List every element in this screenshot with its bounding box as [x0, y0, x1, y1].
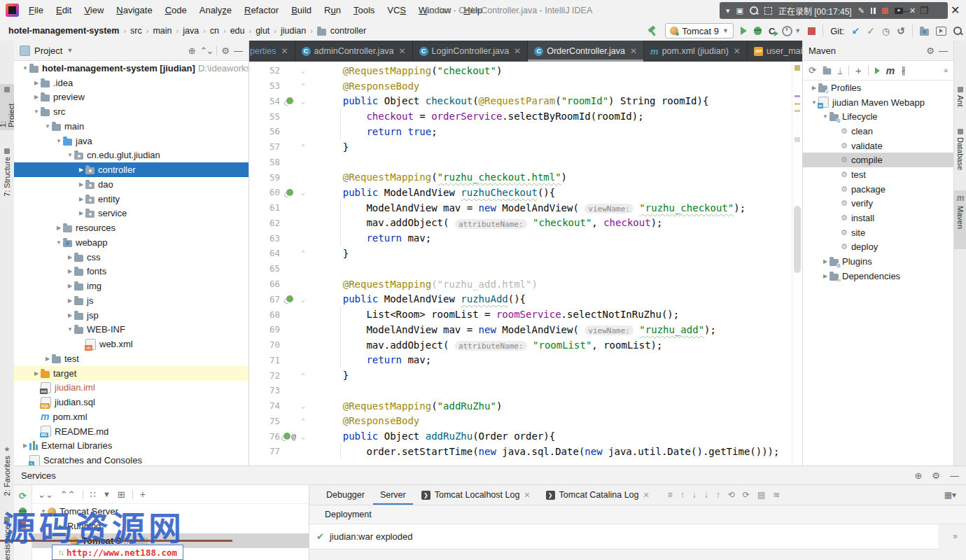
- stripe-item-maven[interactable]: mMaven: [954, 190, 966, 249]
- project-tree-row[interactable]: ▼java: [14, 134, 248, 148]
- tree-collapsed-arrow-icon[interactable]: ▶: [32, 94, 41, 100]
- rollback-icon[interactable]: ↺: [897, 25, 905, 36]
- download-sources-icon[interactable]: ↓: [838, 66, 842, 74]
- project-tree-row[interactable]: ▶.idea: [14, 76, 248, 90]
- soft-wrap-icon[interactable]: ≡: [668, 490, 673, 500]
- run-with-coverage-icon[interactable]: C: [769, 26, 775, 36]
- layout-settings-icon[interactable]: ▦▾: [944, 490, 956, 500]
- more-chevron[interactable]: »: [953, 531, 958, 541]
- close-tab-icon[interactable]: ✕: [630, 46, 637, 56]
- scroll-to-top-icon[interactable]: ↑: [716, 490, 720, 500]
- project-panel-title[interactable]: Project: [34, 46, 62, 56]
- code-line-54[interactable]: 54⌄ public Object checkout(@RequestParam…: [249, 94, 802, 109]
- gear-icon[interactable]: ⚙: [926, 46, 934, 56]
- project-tree-row[interactable]: imljiudian.iml: [14, 381, 248, 396]
- project-tree-row[interactable]: ▶External Libraries: [14, 439, 248, 454]
- breadcrumb-item[interactable]: main: [153, 26, 172, 36]
- breadcrumb-item[interactable]: jiudian: [281, 26, 306, 36]
- debug-server-icon[interactable]: [19, 507, 27, 516]
- pause-recording-button[interactable]: [871, 8, 876, 14]
- expand-all-icon[interactable]: ⌄⌄: [38, 489, 53, 500]
- run-button[interactable]: [741, 27, 747, 35]
- project-tree-row[interactable]: ▼cn.edu.glut.jiudian: [14, 148, 248, 163]
- history-clock-icon[interactable]: ◷: [882, 26, 890, 36]
- collapse-all-icon[interactable]: ⌃⌄: [200, 46, 213, 56]
- tree-collapsed-arrow-icon[interactable]: ▶: [821, 258, 830, 265]
- project-tree-row[interactable]: ✎Scratches and Consoles: [14, 453, 248, 465]
- code-line-77[interactable]: 77 order.setStartTime(new java.sql.Date(…: [249, 444, 802, 459]
- stripe-item-ant[interactable]: Ant: [954, 84, 966, 120]
- code-line-62[interactable]: 62 mav.addObject( attributeName: "checko…: [249, 216, 802, 231]
- project-tree-row[interactable]: ▼webapp: [14, 235, 248, 250]
- magnifier-icon[interactable]: [750, 6, 758, 15]
- close-tab-icon[interactable]: ✕: [643, 491, 650, 500]
- fold-marker-icon[interactable]: ⌄: [297, 97, 309, 105]
- fold-marker-icon[interactable]: ⌃: [297, 143, 309, 150]
- editor-tab-admincontroller-java[interactable]: CadminController.java✕: [295, 41, 413, 62]
- close-recorder-icon[interactable]: ✕: [909, 6, 916, 15]
- add-service-icon[interactable]: +: [140, 489, 146, 500]
- fold-marker-icon[interactable]: ⌃: [297, 372, 309, 379]
- tree-expanded-arrow-icon[interactable]: ▼: [55, 239, 63, 246]
- hide-panel-icon[interactable]: —: [950, 470, 959, 481]
- project-tree-row[interactable]: ▶fonts: [14, 265, 248, 279]
- breadcrumb-item[interactable]: edu: [230, 26, 245, 36]
- tree-collapsed-arrow-icon[interactable]: ▶: [21, 442, 29, 449]
- maven-tree-row[interactable]: ▶⚙Plugins: [803, 254, 953, 269]
- gear-icon[interactable]: ⚙: [932, 470, 940, 481]
- scroll-to-end-icon[interactable]: ↓: [704, 490, 708, 500]
- tool-window-run-icon[interactable]: [936, 27, 946, 36]
- project-tree-row[interactable]: </>web.xml: [14, 337, 248, 351]
- services-tree-row[interactable]: ▼Tomcat Server: [32, 504, 309, 519]
- fold-marker-icon[interactable]: ⌄: [297, 188, 309, 196]
- tree-collapsed-arrow-icon[interactable]: ▶: [77, 167, 85, 173]
- breadcrumb-item[interactable]: java: [183, 26, 199, 36]
- pencil-icon[interactable]: ✎: [858, 6, 864, 15]
- maven-tree-row[interactable]: ⚙install: [803, 211, 953, 225]
- project-tree-row[interactable]: ▼main: [14, 119, 248, 134]
- tree-collapsed-arrow-icon[interactable]: ▶: [810, 85, 818, 91]
- code-line-75[interactable]: 75⌃ @ResponseBody: [249, 413, 802, 428]
- project-tree-row[interactable]: ▶entity: [14, 192, 248, 206]
- maven-tree-row[interactable]: ⚙deploy: [803, 240, 953, 255]
- frame-plus-icon[interactable]: ⊞: [118, 489, 125, 500]
- close-tab-icon[interactable]: ✕: [514, 46, 521, 56]
- scroll-up-icon[interactable]: ↑: [680, 490, 685, 500]
- stripe-item-project[interactable]: 1: Project: [0, 84, 14, 130]
- restore-window-button[interactable]: ❐: [920, 0, 929, 21]
- tree-expanded-arrow-icon[interactable]: ▼: [821, 113, 830, 120]
- maven-tree-row[interactable]: ⚙validate: [803, 139, 953, 153]
- services-tab-debugger[interactable]: Debugger: [319, 485, 372, 505]
- git-update-button[interactable]: ↙: [851, 25, 860, 36]
- tree-expanded-arrow-icon[interactable]: ▼: [66, 152, 74, 158]
- menu-item-code[interactable]: Code: [159, 0, 193, 21]
- code-line-76[interactable]: 76@⌄ public Object addRuZhu(Order order)…: [249, 428, 802, 444]
- generate-sources-icon[interactable]: [823, 69, 832, 75]
- tree-collapsed-arrow-icon[interactable]: ▶: [77, 210, 85, 216]
- maven-tree-row[interactable]: ▼mjiudian Maven Webapp: [803, 95, 953, 110]
- tree-expanded-arrow-icon[interactable]: ▼: [21, 65, 29, 71]
- code-line-60[interactable]: 60⌄ public ModelAndView ruzhuCheckout(){: [249, 185, 802, 200]
- fold-marker-icon[interactable]: ⌄: [297, 402, 309, 410]
- filter-icon[interactable]: ▼: [103, 490, 111, 498]
- run-maven-goal-icon[interactable]: [875, 67, 880, 74]
- fold-marker-icon[interactable]: ⌄: [297, 66, 309, 74]
- code-line-61[interactable]: 61 ModelAndView mav = new ModelAndView( …: [249, 200, 802, 216]
- editor-tab-perties[interactable]: perties✕: [249, 41, 295, 62]
- maven-tree-row[interactable]: ▼⚙Lifecycle: [803, 109, 953, 124]
- maven-tree-row[interactable]: ⚙clean: [803, 124, 953, 139]
- hide-panel-icon[interactable]: —: [939, 46, 948, 56]
- stop-button[interactable]: [808, 27, 816, 35]
- tree-collapsed-arrow-icon[interactable]: ▶: [55, 225, 63, 231]
- tree-collapsed-arrow-icon[interactable]: ▶: [821, 273, 830, 279]
- close-tab-icon[interactable]: ✕: [524, 491, 530, 500]
- close-tab-icon[interactable]: ✕: [734, 46, 741, 56]
- breadcrumb-item[interactable]: controller: [330, 26, 366, 36]
- scroll-down-icon[interactable]: ↓: [692, 490, 696, 500]
- code-line-65[interactable]: 65: [249, 261, 802, 276]
- debug-button[interactable]: [754, 27, 762, 35]
- code-line-71[interactable]: 71 return mav;: [249, 352, 802, 368]
- code-line-63[interactable]: 63 return mav;: [249, 230, 802, 246]
- tree-collapsed-arrow-icon[interactable]: ▶: [66, 268, 74, 274]
- services-tab-server[interactable]: Server: [373, 485, 413, 505]
